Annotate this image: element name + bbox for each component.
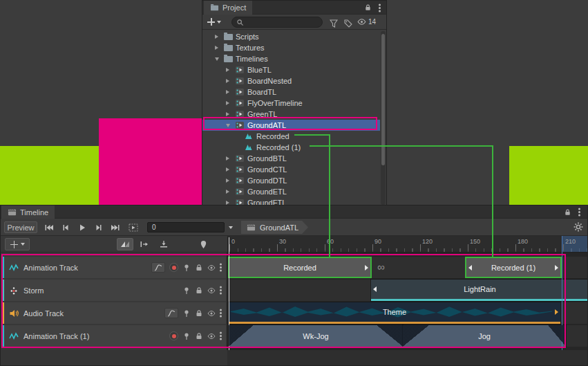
tree-item-textures[interactable]: Textures: [202, 42, 380, 53]
curves-button[interactable]: [164, 308, 178, 318]
pin-track-icon[interactable]: [182, 332, 191, 340]
tree-item-groundatl[interactable]: GroundATL: [202, 120, 380, 131]
track-header-audio-track[interactable]: Audio Track: [2, 302, 226, 324]
tree-item-flyovertimeline[interactable]: FlyOverTimeline: [202, 98, 380, 109]
clip-jog[interactable]: Jog: [403, 325, 566, 347]
clip-lightrain[interactable]: LightRain: [371, 280, 588, 301]
chevron-right-icon[interactable]: [226, 156, 232, 161]
settings-gear-button[interactable]: [573, 222, 583, 235]
marker-visibility-button[interactable]: [197, 238, 209, 250]
clip-edit-mode-replace-button[interactable]: [155, 238, 172, 250]
project-scrollbar-thumb[interactable]: [381, 34, 385, 165]
go-to-start-button[interactable]: [41, 221, 57, 233]
track-menu-icon[interactable]: [220, 266, 222, 268]
pin-track-icon[interactable]: [182, 264, 191, 272]
window-lock-icon[interactable]: [564, 208, 571, 217]
chevron-right-icon[interactable]: [215, 35, 221, 39]
track-menu-icon[interactable]: [220, 335, 222, 337]
chevron-right-icon[interactable]: [226, 101, 232, 105]
track-menu-icon[interactable]: [220, 289, 222, 291]
tree-item-scripts[interactable]: Scripts: [202, 31, 380, 42]
ruler-tick-label: 0: [231, 238, 235, 245]
mute-track-icon[interactable]: [207, 332, 216, 340]
packages-visibility-button[interactable]: 14: [357, 17, 376, 26]
track-header-animation-track-1[interactable]: Animation Track (1): [2, 325, 226, 347]
lock-track-icon[interactable]: [195, 332, 203, 340]
mute-track-icon[interactable]: [207, 286, 216, 295]
frame-field[interactable]: 0: [147, 222, 225, 232]
preview-toggle-button[interactable]: Preview: [4, 221, 37, 233]
mute-track-icon[interactable]: [207, 309, 216, 318]
add-track-button[interactable]: [5, 238, 30, 250]
track-header-storm[interactable]: Storm: [2, 280, 226, 301]
search-by-label-button[interactable]: [344, 18, 352, 30]
tree-item-groundetl[interactable]: GroundETL: [202, 186, 380, 197]
chevron-right-icon[interactable]: [226, 68, 232, 72]
window-menu-icon[interactable]: [578, 211, 580, 213]
go-to-end-button[interactable]: [107, 221, 123, 233]
tab-timeline[interactable]: Timeline: [1, 205, 55, 219]
time-ruler[interactable]: 0 30 60 90 120 150 180 210: [227, 236, 588, 253]
plus-icon: [207, 18, 215, 26]
project-scrollbar[interactable]: [381, 31, 386, 205]
lock-track-icon[interactable]: [195, 309, 203, 318]
window-menu-icon[interactable]: [379, 7, 381, 9]
tree-item-recorded-1[interactable]: Recorded (1): [202, 142, 380, 153]
tree-item-boardnested[interactable]: BoardNested: [202, 75, 380, 86]
tree-item-boardtl[interactable]: BoardTL: [202, 86, 380, 98]
tree-item-groundbtl[interactable]: GroundBTL: [202, 153, 380, 164]
tree-item-label: Scripts: [236, 33, 259, 41]
clip-edit-mode-ripple-button[interactable]: [136, 238, 153, 250]
tree-item-groundctl[interactable]: GroundCTL: [202, 164, 380, 175]
chevron-right-icon[interactable]: [226, 112, 232, 116]
mute-track-icon[interactable]: [207, 264, 216, 272]
timeline-window: Timeline Preview 0 GroundATL: [0, 205, 588, 366]
tree-item-recorded[interactable]: Recorded: [202, 131, 380, 142]
curves-button[interactable]: [151, 262, 165, 273]
chevron-right-icon[interactable]: [226, 79, 232, 83]
chevron-down-icon[interactable]: [215, 57, 221, 61]
track-menu-icon[interactable]: [220, 312, 222, 314]
chevron-right-icon[interactable]: [226, 167, 232, 172]
search-input[interactable]: [247, 19, 318, 26]
audio-track-icon: [9, 309, 19, 318]
clip-theme-audio[interactable]: Theme: [229, 302, 560, 324]
track-header-animation-track[interactable]: Animation Track: [2, 257, 226, 278]
timeline-window-controls: [564, 205, 580, 219]
breadcrumb[interactable]: GroundATL: [241, 221, 308, 234]
chevron-down-icon[interactable]: [226, 124, 232, 127]
clip-edit-mode-mix-button[interactable]: [117, 238, 133, 250]
plus-icon: [10, 241, 18, 248]
search-by-type-button[interactable]: [330, 18, 338, 30]
create-asset-button[interactable]: [207, 18, 221, 26]
blend-out-wedge: [548, 325, 566, 347]
track-name: Animation Track (1): [23, 332, 89, 340]
tree-item-greentl[interactable]: GreenTL: [202, 109, 380, 120]
clip-wk-jog[interactable]: Wk-Jog: [229, 325, 403, 347]
tree-item-label: GroundETL: [247, 187, 287, 196]
search-box: [231, 17, 323, 28]
chevron-right-icon[interactable]: [226, 179, 232, 183]
tab-project[interactable]: Project: [204, 1, 252, 15]
frame-dropdown-icon[interactable]: [229, 226, 233, 229]
play-range-button[interactable]: [125, 221, 141, 233]
chevron-right-icon[interactable]: [215, 46, 221, 50]
play-button[interactable]: [74, 221, 90, 233]
next-frame-button[interactable]: [91, 221, 106, 233]
track-buttons: [151, 257, 222, 278]
chevron-right-icon[interactable]: [226, 90, 232, 94]
chevron-right-icon[interactable]: [226, 190, 232, 194]
tree-item-grounddtl[interactable]: GroundDTL: [202, 175, 380, 186]
pin-track-icon[interactable]: [182, 309, 191, 318]
window-lock-icon[interactable]: [364, 3, 372, 12]
record-button[interactable]: [169, 331, 178, 340]
lock-track-icon[interactable]: [195, 286, 203, 295]
tree-item-timelines[interactable]: Timelines: [202, 53, 380, 64]
lock-track-icon[interactable]: [195, 264, 203, 272]
record-button[interactable]: [169, 263, 178, 272]
pin-track-icon[interactable]: [182, 286, 191, 295]
previous-frame-button[interactable]: [57, 221, 73, 233]
tree-item-bluetl[interactable]: BlueTL: [202, 64, 380, 75]
clip-recorded-1[interactable]: Recorded (1): [465, 257, 562, 278]
clip-recorded[interactable]: Recorded: [228, 257, 372, 278]
